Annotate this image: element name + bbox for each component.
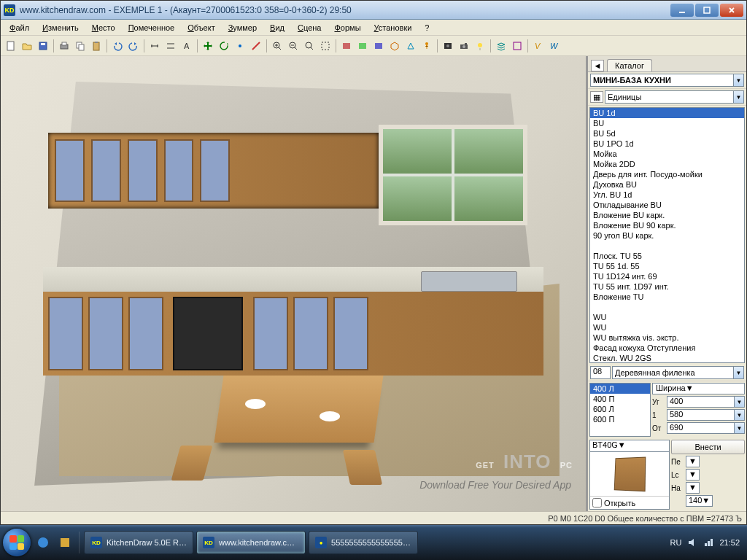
list-item[interactable] bbox=[590, 241, 744, 251]
list-item[interactable]: WU bbox=[590, 322, 744, 332]
list-item[interactable]: Мойка bbox=[590, 149, 744, 159]
list-item[interactable]: Угл. BU 1d bbox=[590, 190, 744, 200]
lc-combo[interactable]: ▼ bbox=[686, 469, 700, 481]
list-item[interactable]: TU 55 1d. 55 bbox=[590, 261, 744, 271]
list-item[interactable]: WU вытяжка vis. экстр. bbox=[590, 332, 744, 343]
dim-ot-input[interactable]: 690▼ bbox=[667, 422, 745, 434]
dim-header-combo[interactable]: Ширина▼ bbox=[652, 383, 745, 394]
list-item[interactable]: BU 5d bbox=[590, 128, 744, 139]
3d-viewport[interactable]: GET INTO PC Download Free Your Desired A… bbox=[1, 56, 587, 511]
list-item[interactable]: BU 1d bbox=[590, 108, 744, 118]
print-icon[interactable] bbox=[57, 39, 71, 53]
camera-icon[interactable] bbox=[457, 39, 471, 53]
redo-icon[interactable] bbox=[126, 39, 141, 53]
list-item[interactable]: WU bbox=[590, 312, 744, 322]
zoom-fit-icon[interactable] bbox=[302, 39, 317, 53]
menu-edit[interactable]: Изменить bbox=[36, 22, 85, 34]
walk-icon[interactable] bbox=[419, 39, 434, 53]
na-combo[interactable]: ▼ bbox=[686, 482, 700, 494]
list-item[interactable]: Вложение BU 90 карк. bbox=[590, 220, 744, 230]
menu-file[interactable]: Файл bbox=[4, 22, 35, 34]
list-item[interactable]: Фасад кожуха Отступления bbox=[590, 343, 744, 353]
tray-network-icon[interactable] bbox=[703, 537, 713, 548]
menu-marked[interactable]: Помеченное bbox=[123, 22, 181, 34]
save-icon[interactable] bbox=[36, 39, 50, 53]
menu-help[interactable]: ? bbox=[419, 22, 435, 34]
paste-icon[interactable] bbox=[89, 39, 104, 53]
measure-icon[interactable] bbox=[249, 39, 263, 53]
list-item[interactable]: Плоск. TU 55 bbox=[590, 251, 744, 261]
taskbar-button[interactable]: KDwww.kitchendraw.c… bbox=[196, 531, 306, 554]
pe-combo[interactable]: ▼ bbox=[686, 456, 700, 467]
minimize-button[interactable] bbox=[670, 4, 694, 17]
quicklaunch-2[interactable] bbox=[55, 533, 74, 552]
list-item[interactable]: Вложение TU bbox=[590, 292, 744, 302]
move-icon[interactable] bbox=[201, 39, 215, 53]
size-item[interactable]: 400 Л bbox=[590, 384, 650, 394]
script-icon[interactable]: V bbox=[531, 39, 546, 53]
panel-prev-icon[interactable]: ◄ bbox=[591, 60, 604, 71]
layers2-icon[interactable] bbox=[510, 39, 525, 53]
140-input[interactable]: 140▼ bbox=[686, 495, 713, 507]
quicklaunch-1[interactable] bbox=[34, 533, 53, 552]
list-item[interactable]: Вложение BU карк. bbox=[590, 210, 744, 220]
menu-place[interactable]: Место bbox=[86, 22, 121, 34]
menu-scene[interactable]: Сцена bbox=[292, 22, 327, 34]
web-icon[interactable]: W bbox=[547, 39, 562, 53]
size-item[interactable]: 600 Л bbox=[590, 404, 650, 414]
menu-settings[interactable]: Установки bbox=[368, 22, 418, 34]
maximize-button[interactable] bbox=[695, 4, 719, 17]
menu-view[interactable]: Вид bbox=[264, 22, 290, 34]
list-item[interactable]: Мойка 2DD bbox=[590, 159, 744, 169]
open-checkbox[interactable] bbox=[592, 498, 602, 508]
units-icon[interactable]: ▦ bbox=[590, 91, 603, 103]
render-icon[interactable] bbox=[441, 39, 455, 53]
list-item[interactable]: Дверь для инт. Посудо-мойки bbox=[590, 169, 744, 179]
list-item[interactable]: BU bbox=[590, 118, 744, 128]
list-item[interactable]: 90 угол BU карк. bbox=[590, 230, 744, 241]
menu-zoom[interactable]: Зуммер bbox=[222, 22, 263, 34]
dimension2-icon[interactable] bbox=[163, 39, 178, 53]
database-combo[interactable]: МИНИ-БАЗА КУХНИ▼ bbox=[590, 74, 744, 87]
menu-forms[interactable]: Формы bbox=[328, 22, 366, 34]
dim-ug-input[interactable]: 400▼ bbox=[667, 396, 745, 408]
start-button[interactable] bbox=[3, 529, 31, 556]
undo-icon[interactable] bbox=[110, 39, 125, 53]
preview-code-combo[interactable]: BT40G▼ bbox=[590, 440, 669, 452]
zoom-window-icon[interactable] bbox=[318, 39, 333, 53]
tray-volume-icon[interactable] bbox=[687, 537, 697, 548]
list-item[interactable]: Духовка BU bbox=[590, 179, 744, 190]
persp-view-icon[interactable] bbox=[403, 39, 418, 53]
light-icon[interactable] bbox=[473, 39, 487, 53]
dimension-icon[interactable] bbox=[147, 39, 162, 53]
new-icon[interactable] bbox=[4, 39, 18, 53]
zoom-out-icon[interactable] bbox=[286, 39, 301, 53]
list-item[interactable]: Стекл. WU 2GS bbox=[590, 353, 744, 363]
text-icon[interactable]: A bbox=[179, 39, 194, 53]
side-view-icon[interactable] bbox=[355, 39, 370, 53]
layers-icon[interactable] bbox=[494, 39, 508, 53]
insert-button[interactable]: Внести bbox=[671, 440, 745, 454]
list-item[interactable]: TU 55 инт. 1D97 инт. bbox=[590, 281, 744, 292]
copy-icon[interactable] bbox=[73, 39, 88, 53]
panel-code-field[interactable]: 08 bbox=[590, 366, 611, 379]
taskbar-button[interactable]: KDKitchenDraw 5.0E R… bbox=[84, 531, 193, 554]
units-combo[interactable]: Единицы▼ bbox=[605, 90, 744, 104]
tray-clock[interactable]: 21:52 bbox=[719, 538, 740, 547]
taskbar-button[interactable]: ●5555555555555555… bbox=[309, 531, 418, 554]
top-view-icon[interactable] bbox=[371, 39, 386, 53]
front-view-icon[interactable] bbox=[339, 39, 354, 53]
list-item[interactable]: Откладывание BU bbox=[590, 200, 744, 210]
size-item[interactable]: 600 П bbox=[590, 414, 650, 424]
iso-view-icon[interactable] bbox=[387, 39, 402, 53]
tray-lang[interactable]: RU bbox=[670, 538, 682, 547]
panel-style-combo[interactable]: Деревянная филенка▼ bbox=[612, 366, 744, 379]
menu-object[interactable]: Объект bbox=[182, 22, 220, 34]
open-icon[interactable] bbox=[20, 39, 34, 53]
dim-1-input[interactable]: 580▼ bbox=[667, 409, 745, 421]
point-icon[interactable] bbox=[233, 39, 247, 53]
list-item[interactable]: BU 1PO 1d bbox=[590, 139, 744, 149]
list-item[interactable] bbox=[590, 302, 744, 312]
items-listbox[interactable]: BU 1dBUBU 5dBU 1PO 1dМойкаМойка 2DDДверь… bbox=[589, 107, 745, 363]
rotate-icon[interactable] bbox=[217, 39, 231, 53]
